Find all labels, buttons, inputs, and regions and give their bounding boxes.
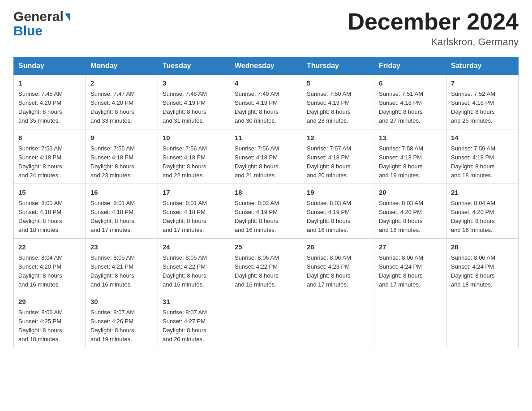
- day-number: 25: [235, 242, 297, 253]
- table-row: 29Sunrise: 8:06 AMSunset: 4:25 PMDayligh…: [14, 293, 86, 348]
- day-number: 24: [163, 242, 225, 253]
- week-row-5: 29Sunrise: 8:06 AMSunset: 4:25 PMDayligh…: [14, 293, 519, 348]
- day-number: 4: [235, 78, 297, 89]
- table-row: 8Sunrise: 7:53 AMSunset: 4:18 PMDaylight…: [14, 129, 86, 184]
- day-info: Sunrise: 8:05 AMSunset: 4:21 PMDaylight:…: [90, 253, 153, 290]
- day-info: Sunrise: 8:03 AMSunset: 4:19 PMDaylight:…: [307, 199, 369, 235]
- day-number: 6: [379, 78, 442, 89]
- month-title: December 2024: [348, 9, 519, 34]
- day-info: Sunrise: 7:59 AMSunset: 4:18 PMDaylight:…: [451, 144, 514, 180]
- day-number: 12: [307, 133, 369, 143]
- day-info: Sunrise: 8:07 AMSunset: 4:26 PMDaylight:…: [90, 308, 153, 344]
- day-info: Sunrise: 8:01 AMSunset: 4:18 PMDaylight:…: [90, 199, 153, 235]
- table-row: 15Sunrise: 8:00 AMSunset: 4:18 PMDayligh…: [14, 184, 86, 239]
- day-number: 19: [307, 188, 369, 198]
- day-number: 2: [90, 78, 153, 89]
- table-row: 30Sunrise: 8:07 AMSunset: 4:26 PMDayligh…: [86, 293, 158, 348]
- day-info: Sunrise: 8:04 AMSunset: 4:20 PMDaylight:…: [451, 199, 514, 235]
- table-row: 20Sunrise: 8:03 AMSunset: 4:20 PMDayligh…: [374, 184, 446, 239]
- table-row: 24Sunrise: 8:05 AMSunset: 4:22 PMDayligh…: [158, 239, 230, 293]
- title-block: December 2024 Karlskron, Germany: [348, 9, 519, 48]
- day-info: Sunrise: 7:52 AMSunset: 4:18 PMDaylight:…: [451, 90, 514, 126]
- table-row: 5Sunrise: 7:50 AMSunset: 4:19 PMDaylight…: [302, 75, 374, 129]
- day-info: Sunrise: 8:06 AMSunset: 4:24 PMDaylight:…: [451, 253, 514, 290]
- day-info: Sunrise: 8:06 AMSunset: 4:22 PMDaylight:…: [235, 253, 297, 290]
- day-info: Sunrise: 8:05 AMSunset: 4:22 PMDaylight:…: [163, 253, 225, 290]
- day-info: Sunrise: 7:45 AMSunset: 4:20 PMDaylight:…: [18, 90, 81, 126]
- table-row: 1Sunrise: 7:45 AMSunset: 4:20 PMDaylight…: [14, 75, 86, 129]
- day-info: Sunrise: 7:48 AMSunset: 4:19 PMDaylight:…: [163, 90, 225, 126]
- day-info: Sunrise: 8:00 AMSunset: 4:18 PMDaylight:…: [18, 199, 81, 235]
- logo: General Blue: [13, 9, 70, 38]
- table-row: 17Sunrise: 8:01 AMSunset: 4:18 PMDayligh…: [158, 184, 230, 239]
- day-number: 29: [18, 297, 81, 307]
- day-number: 9: [90, 133, 153, 143]
- day-number: 13: [379, 133, 442, 143]
- day-number: 20: [379, 188, 442, 198]
- logo-blue-text: Blue: [13, 24, 70, 38]
- day-number: 8: [18, 133, 81, 143]
- table-row: [374, 293, 446, 348]
- table-row: 12Sunrise: 7:57 AMSunset: 4:18 PMDayligh…: [302, 129, 374, 184]
- table-row: 14Sunrise: 7:59 AMSunset: 4:18 PMDayligh…: [446, 129, 519, 184]
- day-info: Sunrise: 7:57 AMSunset: 4:18 PMDaylight:…: [307, 144, 369, 180]
- day-info: Sunrise: 7:56 AMSunset: 4:18 PMDaylight:…: [163, 144, 225, 180]
- day-number: 21: [451, 188, 514, 198]
- header-monday: Monday: [86, 57, 158, 75]
- day-number: 27: [379, 242, 442, 253]
- table-row: [230, 293, 302, 348]
- table-row: 27Sunrise: 8:06 AMSunset: 4:24 PMDayligh…: [374, 239, 446, 293]
- day-number: 23: [90, 242, 153, 253]
- table-row: 28Sunrise: 8:06 AMSunset: 4:24 PMDayligh…: [446, 239, 519, 293]
- header-saturday: Saturday: [446, 57, 519, 75]
- table-row: [302, 293, 374, 348]
- table-row: 16Sunrise: 8:01 AMSunset: 4:18 PMDayligh…: [86, 184, 158, 239]
- day-info: Sunrise: 8:06 AMSunset: 4:23 PMDaylight:…: [307, 253, 369, 290]
- header-friday: Friday: [374, 57, 446, 75]
- day-number: 17: [163, 188, 225, 198]
- day-info: Sunrise: 8:02 AMSunset: 4:19 PMDaylight:…: [235, 199, 297, 235]
- day-info: Sunrise: 7:56 AMSunset: 4:18 PMDaylight:…: [235, 144, 297, 180]
- day-number: 30: [90, 297, 153, 307]
- week-row-1: 1Sunrise: 7:45 AMSunset: 4:20 PMDaylight…: [14, 75, 519, 129]
- table-row: 11Sunrise: 7:56 AMSunset: 4:18 PMDayligh…: [230, 129, 302, 184]
- day-info: Sunrise: 7:47 AMSunset: 4:20 PMDaylight:…: [90, 90, 153, 126]
- day-info: Sunrise: 7:55 AMSunset: 4:18 PMDaylight:…: [90, 144, 153, 180]
- day-number: 22: [18, 242, 81, 253]
- table-row: 21Sunrise: 8:04 AMSunset: 4:20 PMDayligh…: [446, 184, 519, 239]
- weekday-header-row: Sunday Monday Tuesday Wednesday Thursday…: [14, 57, 519, 75]
- day-info: Sunrise: 8:06 AMSunset: 4:25 PMDaylight:…: [18, 308, 81, 344]
- table-row: [446, 293, 519, 348]
- day-info: Sunrise: 7:49 AMSunset: 4:19 PMDaylight:…: [235, 90, 297, 126]
- day-number: 3: [163, 78, 225, 89]
- table-row: 13Sunrise: 7:58 AMSunset: 4:18 PMDayligh…: [374, 129, 446, 184]
- day-info: Sunrise: 8:04 AMSunset: 4:20 PMDaylight:…: [18, 253, 81, 290]
- day-number: 15: [18, 188, 81, 198]
- calendar-table: Sunday Monday Tuesday Wednesday Thursday…: [13, 57, 519, 348]
- page-header: General Blue December 2024 Karlskron, Ge…: [13, 9, 519, 48]
- week-row-4: 22Sunrise: 8:04 AMSunset: 4:20 PMDayligh…: [14, 239, 519, 293]
- day-number: 16: [90, 188, 153, 198]
- table-row: 22Sunrise: 8:04 AMSunset: 4:20 PMDayligh…: [14, 239, 86, 293]
- table-row: 26Sunrise: 8:06 AMSunset: 4:23 PMDayligh…: [302, 239, 374, 293]
- day-info: Sunrise: 7:51 AMSunset: 4:18 PMDaylight:…: [379, 90, 442, 126]
- header-thursday: Thursday: [302, 57, 374, 75]
- header-wednesday: Wednesday: [230, 57, 302, 75]
- table-row: 3Sunrise: 7:48 AMSunset: 4:19 PMDaylight…: [158, 75, 230, 129]
- day-number: 18: [235, 188, 297, 198]
- table-row: 2Sunrise: 7:47 AMSunset: 4:20 PMDaylight…: [86, 75, 158, 129]
- day-info: Sunrise: 7:58 AMSunset: 4:18 PMDaylight:…: [379, 144, 442, 180]
- week-row-3: 15Sunrise: 8:00 AMSunset: 4:18 PMDayligh…: [14, 184, 519, 239]
- table-row: 25Sunrise: 8:06 AMSunset: 4:22 PMDayligh…: [230, 239, 302, 293]
- logo-general-text: General: [13, 9, 64, 24]
- day-info: Sunrise: 7:53 AMSunset: 4:18 PMDaylight:…: [18, 144, 81, 180]
- day-info: Sunrise: 8:06 AMSunset: 4:24 PMDaylight:…: [379, 253, 442, 290]
- location-title: Karlskron, Germany: [348, 36, 519, 48]
- day-number: 11: [235, 133, 297, 143]
- day-number: 26: [307, 242, 369, 253]
- day-number: 5: [307, 78, 369, 89]
- table-row: 7Sunrise: 7:52 AMSunset: 4:18 PMDaylight…: [446, 75, 519, 129]
- table-row: 9Sunrise: 7:55 AMSunset: 4:18 PMDaylight…: [86, 129, 158, 184]
- header-tuesday: Tuesday: [158, 57, 230, 75]
- table-row: 18Sunrise: 8:02 AMSunset: 4:19 PMDayligh…: [230, 184, 302, 239]
